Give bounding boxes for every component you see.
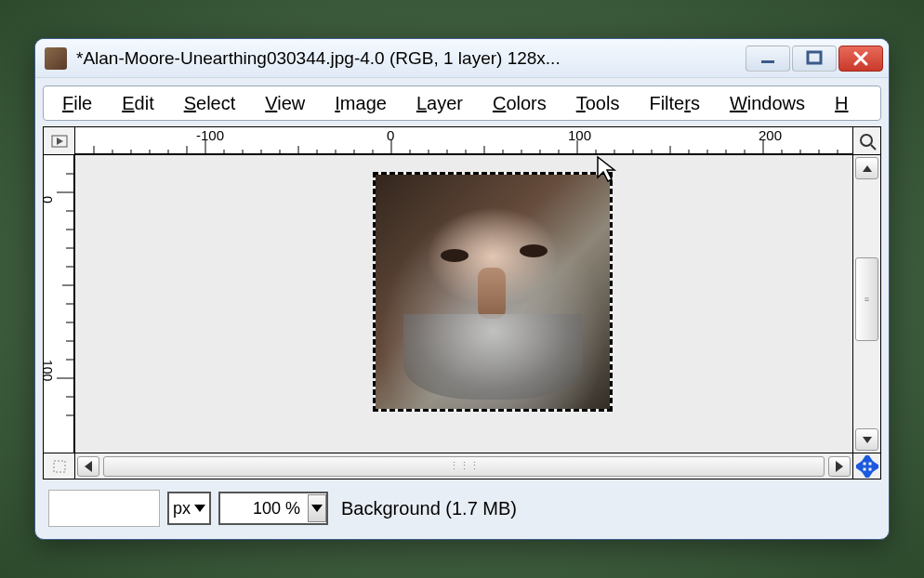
scroll-down-button[interactable] bbox=[855, 428, 878, 451]
chevron-left-icon bbox=[85, 461, 92, 472]
selection-icon bbox=[52, 459, 67, 474]
titlebar: *Alan-Moore-Unearthing030344.jpg-4.0 (RG… bbox=[35, 39, 889, 78]
menu-edit[interactable]: Edit bbox=[109, 89, 166, 118]
menu-select[interactable]: Select bbox=[171, 89, 249, 118]
scroll-right-button[interactable] bbox=[828, 456, 851, 477]
app-icon bbox=[45, 47, 67, 70]
horizontal-scrollbar[interactable]: ⋮⋮⋮ bbox=[75, 453, 852, 479]
app-window: *Alan-Moore-Unearthing030344.jpg-4.0 (RG… bbox=[34, 38, 890, 540]
svg-point-47 bbox=[861, 135, 872, 146]
menu-filters[interactable]: Filters bbox=[636, 89, 712, 118]
scroll-up-button[interactable] bbox=[855, 157, 878, 179]
chevron-up-icon bbox=[863, 165, 872, 172]
svg-marker-3 bbox=[57, 138, 63, 145]
menu-view[interactable]: View bbox=[252, 89, 318, 118]
svg-marker-68 bbox=[864, 472, 871, 478]
scroll-left-button[interactable] bbox=[77, 456, 99, 477]
statusbar: px 100 % Background (1.7 MB) bbox=[43, 485, 881, 532]
svg-rect-64 bbox=[54, 461, 65, 472]
unit-label: px bbox=[173, 499, 191, 519]
ruler-v-label: 0 bbox=[44, 196, 55, 204]
zoom-dropdown-button[interactable] bbox=[308, 494, 326, 522]
layer-info: Background (1.7 MB) bbox=[341, 498, 517, 519]
menu-image[interactable]: Image bbox=[322, 89, 400, 118]
ruler-h-label: 200 bbox=[759, 127, 782, 143]
zoom-value[interactable]: 100 % bbox=[220, 499, 304, 519]
chevron-down-icon bbox=[311, 505, 323, 512]
minimize-icon bbox=[759, 50, 776, 67]
ruler-h-label: 0 bbox=[387, 127, 394, 143]
quickmask-toggle[interactable] bbox=[44, 127, 75, 155]
close-button[interactable] bbox=[838, 46, 883, 72]
move-icon bbox=[856, 455, 878, 478]
svg-line-48 bbox=[871, 145, 876, 150]
svg-rect-1 bbox=[808, 52, 821, 63]
navigate-button[interactable] bbox=[852, 453, 880, 479]
chevron-down-icon bbox=[194, 505, 205, 512]
menu-windows[interactable]: Windows bbox=[717, 89, 818, 118]
zoom-dropdown[interactable]: 100 % bbox=[218, 492, 328, 525]
unit-dropdown[interactable]: px bbox=[167, 492, 211, 525]
window-buttons bbox=[746, 46, 883, 72]
menubar: File Edit Select View Image Layer Colors… bbox=[43, 85, 881, 121]
menu-file[interactable]: File bbox=[49, 89, 105, 118]
canvas[interactable] bbox=[75, 155, 852, 453]
maximize-icon bbox=[806, 50, 823, 67]
ruler-h-label: 100 bbox=[568, 127, 591, 143]
menu-help[interactable]: H bbox=[822, 89, 861, 118]
menu-layer[interactable]: Layer bbox=[403, 89, 476, 118]
svg-marker-67 bbox=[864, 455, 871, 461]
menu-colors[interactable]: Colors bbox=[480, 89, 560, 118]
menu-tools[interactable]: Tools bbox=[563, 89, 633, 118]
minimize-button[interactable] bbox=[746, 46, 790, 72]
maximize-button[interactable] bbox=[792, 46, 837, 72]
window-title: *Alan-Moore-Unearthing030344.jpg-4.0 (RG… bbox=[76, 48, 746, 69]
play-icon bbox=[51, 135, 68, 148]
chevron-down-icon bbox=[863, 437, 872, 443]
vertical-scrollbar[interactable]: ≡ bbox=[852, 155, 880, 453]
zoom-fit-button[interactable] bbox=[852, 127, 880, 155]
svg-marker-69 bbox=[856, 463, 862, 470]
image-selection[interactable] bbox=[373, 172, 613, 412]
scroll-thumb-horizontal[interactable]: ⋮⋮⋮ bbox=[103, 456, 825, 477]
svg-marker-70 bbox=[873, 463, 878, 470]
ruler-v-label: 100 bbox=[44, 360, 55, 382]
ruler-h-label: -100 bbox=[196, 127, 224, 143]
ruler-horizontal[interactable]: -100 0 100 200 bbox=[75, 127, 852, 155]
chevron-right-icon bbox=[836, 461, 843, 472]
magnifier-icon bbox=[858, 132, 877, 151]
workspace: -100 0 100 200 bbox=[43, 126, 881, 479]
scroll-thumb-vertical[interactable]: ≡ bbox=[855, 257, 878, 341]
canvas-corner-bl bbox=[44, 453, 75, 479]
close-icon bbox=[852, 50, 869, 67]
ruler-vertical[interactable]: 0 100 bbox=[44, 155, 75, 453]
svg-rect-0 bbox=[761, 60, 774, 63]
pointer-position bbox=[48, 490, 160, 527]
